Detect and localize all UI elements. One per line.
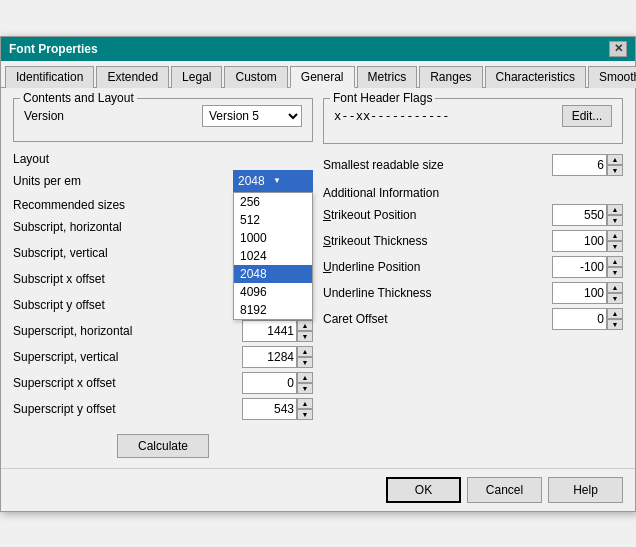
layout-label: Layout bbox=[13, 152, 313, 166]
left-column: Contents and Layout Version Version 5 La… bbox=[13, 98, 313, 458]
units-option-8192[interactable]: 8192 bbox=[234, 301, 312, 319]
superscript-xoffset-down[interactable]: ▼ bbox=[297, 383, 313, 394]
tab-legal[interactable]: Legal bbox=[171, 66, 222, 88]
strikeout-position-down[interactable]: ▼ bbox=[607, 215, 623, 226]
strikeout-position-up[interactable]: ▲ bbox=[607, 204, 623, 215]
ok-button[interactable]: OK bbox=[386, 477, 461, 503]
additional-info-section: Additional Information Strikeout Positio… bbox=[323, 186, 623, 330]
superscript-vertical-input[interactable] bbox=[242, 346, 297, 368]
strikeout-thickness-down[interactable]: ▼ bbox=[607, 241, 623, 252]
units-option-256[interactable]: 256 bbox=[234, 193, 312, 211]
underline-thickness-label: Underline Thickness bbox=[323, 286, 552, 300]
superscript-horizontal-input[interactable] bbox=[242, 320, 297, 342]
units-option-1024[interactable]: 1024 bbox=[234, 247, 312, 265]
superscript-horizontal-down[interactable]: ▼ bbox=[297, 331, 313, 342]
caret-offset-up[interactable]: ▲ bbox=[607, 308, 623, 319]
calculate-container: Calculate bbox=[13, 426, 313, 458]
caret-offset-label: Caret Offset bbox=[323, 312, 552, 326]
units-option-2048[interactable]: 2048 bbox=[234, 265, 312, 283]
superscript-xoffset-row: Superscript x offset ▲ ▼ bbox=[13, 372, 313, 394]
version-row: Version Version 5 bbox=[24, 105, 302, 127]
subscript-vertical-label: Subscript, vertical bbox=[13, 246, 242, 260]
close-button[interactable]: ✕ bbox=[609, 41, 627, 57]
tab-custom[interactable]: Custom bbox=[224, 66, 287, 88]
smallest-readable-input[interactable] bbox=[552, 154, 607, 176]
smallest-readable-up[interactable]: ▲ bbox=[607, 154, 623, 165]
font-header-group: Font Header Flags x--xx----------- Edit.… bbox=[323, 98, 623, 144]
superscript-xoffset-spinner: ▲ ▼ bbox=[297, 372, 313, 394]
underline-position-up[interactable]: ▲ bbox=[607, 256, 623, 267]
caret-offset-control: ▲ ▼ bbox=[552, 308, 623, 330]
tab-identification[interactable]: Identification bbox=[5, 66, 94, 88]
cancel-button[interactable]: Cancel bbox=[467, 477, 542, 503]
superscript-vertical-down[interactable]: ▼ bbox=[297, 357, 313, 368]
superscript-xoffset-input[interactable] bbox=[242, 372, 297, 394]
superscript-vertical-spinner: ▲ ▼ bbox=[297, 346, 313, 368]
smallest-readable-label: Smallest readable size bbox=[323, 158, 552, 172]
smallest-readable-down[interactable]: ▼ bbox=[607, 165, 623, 176]
calculate-label: Calculate bbox=[138, 439, 188, 453]
version-label: Version bbox=[24, 109, 202, 123]
font-header-title: Font Header Flags bbox=[330, 91, 435, 105]
units-select-button[interactable]: 2048 ▼ bbox=[233, 170, 313, 192]
superscript-yoffset-up[interactable]: ▲ bbox=[297, 398, 313, 409]
contents-layout-group: Contents and Layout Version Version 5 bbox=[13, 98, 313, 142]
units-label: Units per em bbox=[13, 174, 233, 188]
strikeout-thickness-control: ▲ ▼ bbox=[552, 230, 623, 252]
superscript-yoffset-input[interactable] bbox=[242, 398, 297, 420]
superscript-xoffset-label: Superscript x offset bbox=[13, 376, 242, 390]
additional-info-label: Additional Information bbox=[323, 186, 623, 200]
underline-thickness-row: Underline Thickness ▲ ▼ bbox=[323, 282, 623, 304]
superscript-horizontal-label: Superscript, horizontal bbox=[13, 324, 242, 338]
superscript-yoffset-down[interactable]: ▼ bbox=[297, 409, 313, 420]
strikeout-thickness-input[interactable] bbox=[552, 230, 607, 252]
superscript-yoffset-label: Superscript y offset bbox=[13, 402, 242, 416]
contents-layout-title: Contents and Layout bbox=[20, 91, 137, 105]
help-button[interactable]: Help bbox=[548, 477, 623, 503]
underline-position-label: Underline Position bbox=[323, 260, 552, 274]
flags-edit-button[interactable]: Edit... bbox=[562, 105, 612, 127]
strikeout-position-input[interactable] bbox=[552, 204, 607, 226]
flags-text: x--xx----------- bbox=[334, 109, 556, 123]
underline-position-down[interactable]: ▼ bbox=[607, 267, 623, 278]
superscript-horizontal-up[interactable]: ▲ bbox=[297, 320, 313, 331]
caret-offset-row: Caret Offset ▲ ▼ bbox=[323, 308, 623, 330]
units-option-1000[interactable]: 1000 bbox=[234, 229, 312, 247]
underline-position-control: ▲ ▼ bbox=[552, 256, 623, 278]
superscript-vertical-control: ▲ ▼ bbox=[242, 346, 313, 368]
title-bar: Font Properties ✕ bbox=[1, 37, 635, 61]
version-select[interactable]: Version 5 bbox=[202, 105, 302, 127]
underline-thickness-spinner: ▲ ▼ bbox=[607, 282, 623, 304]
superscript-horizontal-row: Superscript, horizontal ▲ ▼ bbox=[13, 320, 313, 342]
units-option-4096[interactable]: 4096 bbox=[234, 283, 312, 301]
superscript-vertical-up[interactable]: ▲ bbox=[297, 346, 313, 357]
calculate-button[interactable]: Calculate bbox=[117, 434, 209, 458]
strikeout-position-label: Strikeout Position bbox=[323, 208, 552, 222]
tab-characteristics[interactable]: Characteristics bbox=[485, 66, 586, 88]
layout-section: Layout Units per em 2048 ▼ 256 512 1000 bbox=[13, 152, 313, 192]
tab-metrics[interactable]: Metrics bbox=[357, 66, 418, 88]
main-window: Font Properties ✕ Identification Extende… bbox=[0, 36, 636, 512]
caret-offset-input[interactable] bbox=[552, 308, 607, 330]
superscript-xoffset-up[interactable]: ▲ bbox=[297, 372, 313, 383]
strikeout-thickness-label: Strikeout Thickness bbox=[323, 234, 552, 248]
units-dropdown[interactable]: 2048 ▼ 256 512 1000 1024 2048 4096 8192 bbox=[233, 170, 313, 192]
caret-offset-spinner: ▲ ▼ bbox=[607, 308, 623, 330]
underline-position-input[interactable] bbox=[552, 256, 607, 278]
underline-thickness-up[interactable]: ▲ bbox=[607, 282, 623, 293]
tab-bar: Identification Extended Legal Custom Gen… bbox=[1, 61, 635, 88]
smallest-readable-control: ▲ ▼ bbox=[552, 154, 623, 176]
strikeout-thickness-up[interactable]: ▲ bbox=[607, 230, 623, 241]
tab-smoothing[interactable]: Smoothing bbox=[588, 66, 636, 88]
tab-ranges[interactable]: Ranges bbox=[419, 66, 482, 88]
tab-general[interactable]: General bbox=[290, 66, 355, 88]
strikeout-position-control: ▲ ▼ bbox=[552, 204, 623, 226]
units-dropdown-list: 256 512 1000 1024 2048 4096 8192 bbox=[233, 192, 313, 320]
units-option-512[interactable]: 512 bbox=[234, 211, 312, 229]
underline-thickness-input[interactable] bbox=[552, 282, 607, 304]
smallest-readable-row: Smallest readable size ▲ ▼ bbox=[323, 154, 623, 176]
tab-extended[interactable]: Extended bbox=[96, 66, 169, 88]
caret-offset-down[interactable]: ▼ bbox=[607, 319, 623, 330]
underline-thickness-down[interactable]: ▼ bbox=[607, 293, 623, 304]
units-row: Units per em 2048 ▼ 256 512 1000 1024 bbox=[13, 170, 313, 192]
